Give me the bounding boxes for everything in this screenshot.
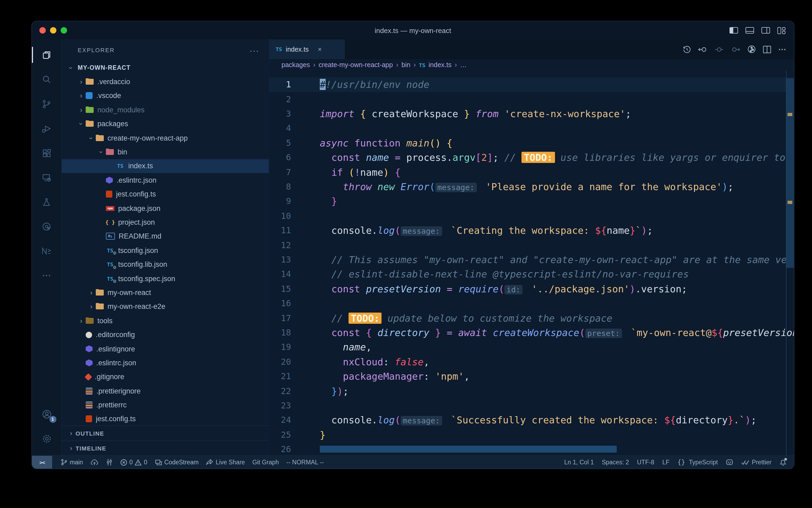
explorer-icon[interactable] [32, 43, 61, 67]
tree-item-.prettierignore[interactable]: .prettierignore [62, 384, 269, 398]
language-mode-item[interactable]: TypeScript [677, 459, 718, 466]
ports-forward-icon[interactable] [106, 459, 113, 466]
tab-index-ts[interactable]: TS index.ts [269, 39, 345, 59]
tree-item-.prettierrc[interactable]: .prettierrc [62, 398, 269, 412]
tree-item-tools[interactable]: ›tools [62, 314, 269, 328]
github-icon[interactable] [726, 459, 733, 466]
account-icon[interactable]: 1 [32, 402, 61, 427]
git-graph-item[interactable]: Git Graph [252, 459, 279, 465]
tree-item-.gitignore[interactable]: .gitignore [62, 370, 269, 384]
breadcrumb-index-ts[interactable]: index.ts [429, 61, 451, 69]
code-line[interactable] [320, 296, 794, 311]
git-graph-view-icon[interactable] [747, 45, 756, 54]
code-line[interactable]: }); [320, 384, 794, 398]
code-line[interactable] [320, 121, 794, 136]
settings-gear-icon[interactable] [32, 427, 61, 451]
code-line[interactable]: throw new Error(message: 'Please provide… [320, 179, 794, 194]
tree-item-.editorconfig[interactable]: .editorconfig [62, 328, 269, 342]
problems-item[interactable]: 0 0 [120, 459, 147, 466]
cursor-position-item[interactable]: Ln 1, Col 1 [564, 459, 594, 465]
tree-item-index.ts[interactable]: index.ts [62, 159, 269, 173]
explorer-more-actions-icon[interactable]: ··· [249, 46, 259, 54]
tree-item-.verdaccio[interactable]: ›.verdaccio [62, 75, 269, 89]
editor-more-actions-icon[interactable] [778, 45, 786, 53]
notifications-bell-icon[interactable] [779, 459, 786, 466]
toggle-primary-sidebar-icon[interactable] [729, 27, 738, 34]
tree-item-readme.md[interactable]: README.md [62, 229, 269, 243]
more-views-icon[interactable] [32, 263, 61, 288]
encoding-item[interactable]: UTF-8 [637, 459, 654, 465]
vertical-scrollbar[interactable] [786, 78, 794, 268]
code-line[interactable]: #!/usr/bin/env node [269, 78, 794, 92]
source-control-icon[interactable] [32, 92, 61, 116]
code-line[interactable] [320, 398, 794, 413]
horizontal-scrollbar[interactable] [320, 446, 617, 453]
tree-item-my-own-react-e2e[interactable]: ›my-own-react-e2e [62, 300, 269, 314]
code-line[interactable] [320, 238, 794, 252]
tree-item-tsconfig.json[interactable]: tsconfig.json [62, 243, 269, 257]
code-editor[interactable]: 1234567891011121314151617181920212223242… [269, 71, 794, 455]
tree-item-tsconfig.spec.json[interactable]: tsconfig.spec.json [62, 271, 269, 286]
search-icon[interactable] [32, 67, 61, 92]
extensions-icon[interactable] [32, 140, 61, 165]
code-line[interactable]: const presetVersion = require(id: '../pa… [320, 282, 794, 296]
tree-item-jest.config.ts[interactable]: jest.config.ts [62, 412, 269, 425]
run-and-debug-icon[interactable] [32, 116, 61, 140]
tree-item-.eslintignore[interactable]: .eslintignore [62, 342, 269, 356]
code-line[interactable]: console.log(message: `Creating the works… [320, 223, 794, 238]
code-line[interactable] [320, 209, 794, 223]
indentation-item[interactable]: Spaces: 2 [602, 459, 629, 465]
code-line[interactable]: // This assumes "my-own-react" and "crea… [320, 252, 794, 267]
codestream-icon[interactable] [32, 214, 61, 239]
prettier-item[interactable]: Prettier [741, 459, 772, 465]
code-line[interactable] [320, 92, 794, 107]
timeline-section-header[interactable]: ›TIMELINE [62, 440, 269, 455]
publish-changes-icon[interactable] [90, 459, 98, 466]
testing-icon[interactable] [32, 189, 61, 214]
tree-item-package.json[interactable]: package.json [62, 201, 269, 215]
tree-item-project.json[interactable]: project.json [62, 215, 269, 229]
remote-explorer-icon[interactable] [32, 165, 61, 189]
code-line[interactable]: if (!name) { [320, 165, 794, 179]
remote-indicator[interactable] [32, 456, 52, 469]
tree-item-.eslintrc.json[interactable]: .eslintrc.json [62, 356, 269, 370]
code-line[interactable]: // eslint-disable-next-line @typescript-… [320, 267, 794, 282]
tree-item-my-own-react[interactable]: ›my-own-react [62, 286, 269, 300]
customize-layout-icon[interactable] [777, 27, 785, 34]
toggle-panel-icon[interactable] [746, 27, 754, 34]
timeline-history-icon[interactable] [683, 45, 691, 53]
code-line[interactable]: } [320, 427, 794, 442]
breadcrumb-packages[interactable]: packages [282, 61, 310, 69]
tree-item-.eslintrc.json[interactable]: .eslintrc.json [62, 173, 269, 187]
tree-item-node_modules[interactable]: ›node_modules [62, 103, 269, 117]
code-line[interactable]: name, [320, 340, 794, 355]
nx-console-icon[interactable] [32, 239, 61, 263]
previous-change-icon[interactable] [715, 46, 724, 53]
code-line[interactable]: console.log(message: `Successfully creat… [320, 413, 794, 428]
code-line[interactable]: nxCloud: false, [320, 354, 794, 369]
split-editor-icon[interactable] [763, 46, 771, 53]
git-branch-item[interactable]: main [61, 459, 83, 466]
close-tab-icon[interactable] [318, 45, 322, 53]
codestream-item[interactable]: CodeStream [155, 459, 199, 466]
live-share-item[interactable]: Live Share [206, 459, 245, 466]
code-line[interactable]: const name = process.argv[2]; // TODO: u… [320, 151, 794, 165]
code-line[interactable]: packageManager: 'npm', [320, 369, 794, 384]
eol-item[interactable]: LF [662, 459, 669, 465]
tree-item-bin[interactable]: ›bin [62, 145, 269, 159]
tree-item-.vscode[interactable]: ›.vscode [62, 89, 269, 103]
open-changes-icon[interactable] [698, 46, 708, 53]
outline-section-header[interactable]: ›OUTLINE [62, 425, 269, 440]
toggle-secondary-sidebar-icon[interactable] [761, 27, 770, 34]
tree-item-jest.config.ts[interactable]: jest.config.ts [62, 187, 269, 201]
breadcrumb-symbol-ellipsis[interactable]: … [460, 61, 467, 69]
code-line[interactable]: const { directory } = await createWorksp… [320, 325, 794, 340]
next-change-icon[interactable] [730, 46, 740, 53]
code-line[interactable]: } [320, 194, 794, 209]
breadcrumb-bin[interactable]: bin [401, 61, 410, 69]
breadcrumb-create-my-own-react-app[interactable]: create-my-own-react-app [319, 61, 393, 69]
code-line[interactable]: async function main() { [320, 136, 794, 151]
tree-item-packages[interactable]: ›packages [62, 117, 269, 131]
tree-item-create-my-own-react-app[interactable]: ›create-my-own-react-app [62, 131, 269, 145]
tree-item-tsconfig.lib.json[interactable]: tsconfig.lib.json [62, 257, 269, 271]
